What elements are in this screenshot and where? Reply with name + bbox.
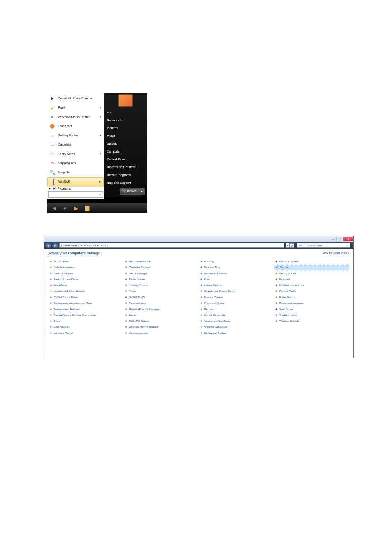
- control-panel-item[interactable]: ◈Region and Language: [274, 301, 349, 306]
- cp-item-label: Getting Started: [279, 272, 296, 275]
- start-right-item[interactable]: aoc: [104, 109, 147, 116]
- refresh-button[interactable]: ⟳: [290, 243, 294, 248]
- control-panel-item[interactable]: ◈Speech Recognition: [199, 312, 274, 318]
- control-panel-item[interactable]: ◈NVIDIA PhysX: [124, 294, 199, 300]
- control-panel-item[interactable]: ◈Device Manager: [124, 271, 199, 276]
- control-panel-item[interactable]: ◈System: [48, 318, 124, 324]
- program-item[interactable]: 🖌Paint▸: [47, 103, 104, 113]
- control-panel-item[interactable]: ◈Sync Center: [274, 306, 349, 312]
- control-panel-item[interactable]: ◈Credential Manager: [124, 265, 199, 270]
- control-panel-item[interactable]: ◈Getting Started: [274, 271, 349, 276]
- control-panel-item[interactable]: ◈Windows CardSpace: [199, 324, 274, 330]
- control-panel-item[interactable]: ◈HomeGroup: [48, 282, 124, 288]
- control-panel-item[interactable]: ◈Windows Defender: [274, 318, 349, 324]
- control-panel-search-input[interactable]: [297, 243, 350, 248]
- control-panel-item[interactable]: ◈Personalization: [124, 301, 199, 306]
- taskbar-wmp-icon[interactable]: ▶: [71, 204, 82, 213]
- control-panel-item[interactable]: ◈Devices and Printers: [199, 271, 274, 276]
- forward-button[interactable]: ►: [52, 243, 58, 248]
- control-panel-item[interactable]: ◈Parental Controls: [199, 294, 274, 300]
- user-picture[interactable]: [118, 94, 133, 107]
- control-panel-item[interactable]: ◈Realtek HD Audio Manager: [124, 306, 199, 312]
- control-panel-item[interactable]: ◈Default Programs: [274, 259, 349, 264]
- control-panel-item[interactable]: ◈Ease of Access Center: [48, 277, 124, 282]
- control-panel-item[interactable]: ◈NVIDIA Control Panel: [48, 294, 124, 300]
- control-panel-item[interactable]: ◈RemoteApp and Desktop Connections: [48, 312, 124, 318]
- titlebar: — ▢ ✕: [44, 236, 353, 242]
- control-panel-item[interactable]: ◈User Accounts: [48, 324, 124, 330]
- control-panel-item[interactable]: ◈Indexing Options: [124, 282, 199, 288]
- cp-item-icon: ◈: [274, 271, 278, 275]
- close-button[interactable]: ✕: [343, 237, 353, 241]
- minimize-button[interactable]: —: [330, 237, 336, 241]
- breadcrumb[interactable]: ▸ Control Panel ▸ All Control Panel Item…: [59, 243, 284, 248]
- taskbar-explorer-icon[interactable]: ▇: [82, 204, 93, 213]
- breadcrumb-seg-1[interactable]: All Control Panel Items: [81, 244, 106, 247]
- cp-item-label: Mouse: [129, 290, 136, 292]
- control-panel-item[interactable]: ◈Action Center: [48, 259, 124, 264]
- cp-item-icon: ◈: [274, 295, 278, 299]
- start-right-item[interactable]: Control Panel: [104, 155, 147, 163]
- control-panel-item[interactable]: ◈Folder Options: [124, 277, 199, 282]
- control-panel-item[interactable]: ◈Internet Options: [199, 282, 274, 288]
- cp-item-icon: ◈: [199, 271, 203, 275]
- program-item[interactable]: ✂Snipping Tool: [47, 159, 104, 168]
- maximize-button[interactable]: ▢: [336, 237, 343, 241]
- control-panel-item[interactable]: ◈Date and Time: [199, 265, 274, 270]
- control-panel-item[interactable]: ◈Tablet PC Settings: [124, 318, 199, 324]
- control-panel-item[interactable]: ◈Mouse: [124, 289, 199, 294]
- control-panel-item[interactable]: ◈Fonts: [199, 277, 274, 282]
- cp-item-icon: ◈: [48, 283, 53, 287]
- control-panel-item[interactable]: ◈Windows Update: [124, 330, 199, 335]
- start-right-item[interactable]: Default Programs: [104, 171, 147, 179]
- control-panel-item[interactable]: ◈Windows Anytime Upgrade: [124, 324, 199, 330]
- control-panel-item[interactable]: ◈Network and Sharing Center: [199, 289, 274, 294]
- control-panel-item[interactable]: ◈Phone and Modem: [199, 301, 274, 306]
- control-panel-item[interactable]: ◈Troubleshooting: [274, 312, 349, 318]
- start-right-item[interactable]: Documents: [104, 116, 147, 124]
- control-panel-item[interactable]: ◈Location and Other Sensors: [48, 289, 124, 294]
- control-panel-item[interactable]: ◈Recovery: [199, 306, 274, 312]
- control-panel-item[interactable]: ◈Windows Firewall: [48, 330, 124, 335]
- control-panel-item[interactable]: ◈Performance Information and Tools: [48, 301, 124, 306]
- control-panel-item[interactable]: ◈Backup and Restore: [199, 330, 274, 335]
- start-right-item[interactable]: Games: [104, 140, 147, 148]
- shutdown-button[interactable]: Shut down: [120, 188, 140, 195]
- control-panel-item[interactable]: ◈Administrative Tools: [124, 259, 199, 264]
- start-right-item[interactable]: Pictures: [104, 124, 147, 132]
- taskbar-ie-icon[interactable]: e: [60, 204, 71, 213]
- program-item[interactable]: 🔍Magnifier: [47, 168, 104, 177]
- start-right-item[interactable]: Computer: [104, 148, 147, 155]
- start-right-item[interactable]: Devices and Printers: [104, 163, 147, 171]
- program-item[interactable]: ▭Sticky Notes▸: [47, 149, 104, 159]
- start-orb[interactable]: ⊞: [48, 204, 60, 213]
- control-panel-item[interactable]: ◈AutoPlay: [199, 259, 274, 264]
- program-item[interactable]: ▭Calculator: [47, 140, 104, 150]
- program-item[interactable]: ▐WinRAR▸: [47, 177, 104, 186]
- control-panel-item[interactable]: ◈Power Options: [274, 294, 349, 300]
- view-by-value[interactable]: Small icons ▾: [333, 252, 349, 254]
- control-panel-item[interactable]: ◈Programs and Features: [48, 306, 124, 312]
- start-search-input[interactable]: [48, 191, 103, 198]
- control-panel-item[interactable]: ◈Taskbar and Start Menu: [199, 318, 274, 324]
- history-dropdown[interactable]: ▾: [286, 243, 290, 248]
- control-panel-item[interactable]: ◈Desktop Gadgets: [48, 271, 124, 276]
- control-panel-item[interactable]: ◈Color Management: [48, 265, 124, 270]
- start-menu-panels: ▶CyberLink PowerCinema🖌Paint▸●Windows Me…: [47, 92, 147, 197]
- control-panel-item[interactable]: ◈Sound: [124, 312, 199, 318]
- start-right-item[interactable]: Help and Support: [104, 179, 147, 187]
- all-programs[interactable]: ▸ All Programs: [47, 186, 104, 190]
- control-panel-item[interactable]: ◈Notification Area Icons: [274, 282, 349, 288]
- program-item[interactable]: ●Windows Media Center▸: [47, 112, 104, 122]
- program-item[interactable]: ▶CyberLink PowerCinema: [47, 94, 104, 103]
- breadcrumb-seg-0[interactable]: Control Panel: [62, 244, 77, 247]
- view-by[interactable]: View by: Small icons ▾: [323, 252, 349, 255]
- control-panel-item[interactable]: ◈Keyboard: [274, 277, 349, 282]
- start-right-item[interactable]: Music: [104, 132, 147, 140]
- control-panel-item[interactable]: ◈Display: [274, 265, 349, 270]
- control-panel-item[interactable]: ◈Pen and Touch: [274, 289, 349, 294]
- back-button[interactable]: ◄: [45, 243, 51, 248]
- program-item[interactable]: ⬤Touch tool: [47, 122, 104, 131]
- program-item[interactable]: ▭Getting Started▸: [47, 131, 104, 140]
- shutdown-options-button[interactable]: ▸: [140, 188, 145, 195]
